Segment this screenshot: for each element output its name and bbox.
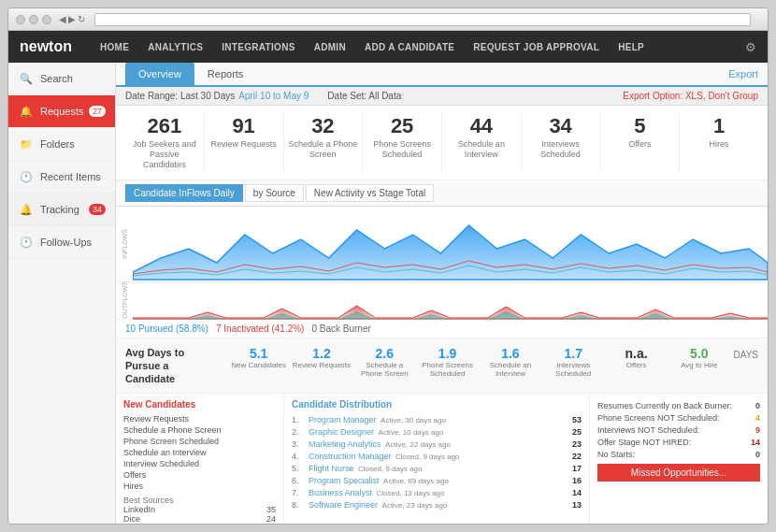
minimize-button[interactable] xyxy=(29,15,38,24)
outflows-y-label: OUTFLOWS xyxy=(116,282,133,319)
opp-label-1: Phone Screens NOT Scheduled: xyxy=(597,413,719,423)
nav-analytics[interactable]: ANALYTICS xyxy=(138,31,212,63)
date-range-label: Date Range: Last 30 Days xyxy=(125,91,235,101)
date-set-label: Date Set: All Data xyxy=(327,91,401,101)
export-button[interactable]: Export xyxy=(728,68,758,79)
stat-number-phone-sched: 25 xyxy=(366,115,438,137)
chart-section: INFLOWS xyxy=(116,207,768,320)
missed-opportunities-button[interactable]: Missed Opportunities... xyxy=(597,464,760,482)
title-bar: ◀ ▶ ↻ xyxy=(8,8,768,31)
sidebar-item-folders[interactable]: 📁 Folders xyxy=(8,128,115,161)
sidebar-item-recent[interactable]: 🕐 Recent Items xyxy=(8,161,115,194)
content-area: Overview Reports Export Date Range: Last… xyxy=(116,63,768,525)
nav-help[interactable]: HELP xyxy=(609,31,654,63)
dist-link-6[interactable]: Business Analyst xyxy=(309,488,372,497)
stat-label-seekers: Job Seekers and Passive Candidates xyxy=(129,139,200,169)
dist-row-5: 6. Program Specialist Active, 69 days ag… xyxy=(292,474,582,486)
day-stat-6: n.a. Offers xyxy=(606,346,667,379)
avg-days-section: Avg Days to Pursue a Candidate 5.1 New C… xyxy=(116,338,768,395)
outflows-chart xyxy=(133,282,768,319)
stat-number-review: 91 xyxy=(208,115,280,137)
source-row-1: Schedule a Phone Screen xyxy=(123,424,276,436)
source-row-2: Phone Screen Scheduled xyxy=(123,436,276,447)
sidebar-item-tracking[interactable]: 🔔 Tracking 34 xyxy=(8,194,115,226)
day-label-7: Avg to Hire xyxy=(668,361,729,370)
stat-interview-sched: 34 Interviews Scheduled xyxy=(522,113,601,172)
best-source-0: LinkedIn 35 xyxy=(123,505,276,514)
dist-link-7[interactable]: Software Engineer xyxy=(309,500,378,510)
dist-link-5[interactable]: Program Specialist xyxy=(309,476,380,485)
subtab-source[interactable]: by Source xyxy=(245,184,304,202)
inflows-y-label: INFLOWS xyxy=(116,207,133,281)
day-stat-0: 5.1 New Candidates xyxy=(228,346,289,379)
sidebar: 🔍 Search 🔔 Requests 27 📁 Folders 🕐 Recen… xyxy=(8,63,116,525)
close-button[interactable] xyxy=(16,15,25,24)
dist-row-3: 4. Construction Manager Closed, 9 days a… xyxy=(292,450,582,462)
day-number-2: 2.6 xyxy=(354,346,415,361)
tab-reports[interactable]: Reports xyxy=(194,63,257,85)
sources-panel: New Candidates Review Requests Schedule … xyxy=(116,394,284,525)
day-number-1: 1.2 xyxy=(291,346,352,361)
dist-link-1[interactable]: Graphic Designer xyxy=(309,427,374,437)
opp-row-3: Offer Stage NOT HIRED: 14 xyxy=(597,436,760,448)
stat-label-offers: Offers xyxy=(605,139,676,150)
stat-phone-screen: 32 Schedule a Phone Screen xyxy=(284,113,364,172)
sidebar-item-search[interactable]: 🔍 Search xyxy=(8,63,115,95)
stat-number-seekers: 261 xyxy=(129,115,200,137)
day-label-2: Schedule a Phone Screen xyxy=(354,361,415,379)
bell-icon: 🔔 xyxy=(18,103,35,120)
sidebar-label-folders: Folders xyxy=(40,138,75,150)
stat-job-seekers: 261 Job Seekers and Passive Candidates xyxy=(125,113,205,172)
nav-admin[interactable]: ADMIN xyxy=(305,31,355,63)
stat-number-int-sched: 34 xyxy=(525,115,596,137)
dist-link-4[interactable]: Flight Nurse xyxy=(309,464,354,473)
refresh-button[interactable]: ↻ xyxy=(78,14,85,24)
subtab-activity[interactable]: New Activity vs Stage Total xyxy=(306,184,434,202)
nav-integrations[interactable]: INTEGRATIONS xyxy=(212,31,304,63)
nav-add-candidate[interactable]: ADD A CANDIDATE xyxy=(355,31,464,63)
nav-home[interactable]: HOME xyxy=(91,31,138,63)
subtab-inflows[interactable]: Candidate InFlows Daily xyxy=(125,184,243,202)
address-bar[interactable] xyxy=(94,13,751,26)
sidebar-item-followups[interactable]: 🕐 Follow-Ups xyxy=(8,226,115,259)
day-stat-1: 1.2 Review Requests xyxy=(291,346,352,379)
sidebar-item-requests[interactable]: 🔔 Requests 27 xyxy=(8,95,115,128)
stat-number-phone: 32 xyxy=(288,115,359,137)
dist-row-7: 8. Software Engineer Active, 23 days ago… xyxy=(292,498,582,510)
app-logo: newton xyxy=(20,38,72,55)
stat-phone-scheduled: 25 Phone Screens Scheduled xyxy=(363,113,442,172)
source-row-6: Hires xyxy=(123,481,276,492)
dist-row-6: 7. Business Analyst Closed, 13 days ago … xyxy=(292,486,582,498)
source-stage-2: Phone Screen Scheduled xyxy=(123,437,219,446)
opp-count-2: 9 xyxy=(755,425,760,435)
source-row-0: Review Requests xyxy=(123,413,276,424)
dist-link-0[interactable]: Program Manager xyxy=(309,415,377,424)
dist-link-2[interactable]: Marketing Analytics xyxy=(309,439,381,449)
stat-label-hires: Hires xyxy=(683,139,754,150)
inflows-chart xyxy=(133,207,768,281)
tab-overview[interactable]: Overview xyxy=(125,63,194,85)
settings-gear-icon[interactable]: ⚙ xyxy=(745,40,756,54)
maximize-button[interactable] xyxy=(42,15,51,24)
day-label-6: Offers xyxy=(606,361,667,370)
day-number-6: n.a. xyxy=(606,346,667,361)
tracking-badge: 34 xyxy=(89,204,106,215)
dist-link-3[interactable]: Construction Manager xyxy=(309,452,392,461)
day-number-7: 5.0 xyxy=(668,346,729,361)
day-label-5: Interviews Scheduled xyxy=(543,361,604,379)
opp-count-3: 14 xyxy=(751,438,760,447)
back-button[interactable]: ◀ xyxy=(59,14,66,24)
nav-request-job[interactable]: REQUEST JOB APPROVAL xyxy=(464,31,609,63)
day-number-3: 1.9 xyxy=(417,346,478,361)
days-stats: 5.1 New Candidates 1.2 Review Requests 2… xyxy=(228,346,730,379)
source-stage-0: Review Requests xyxy=(123,414,189,424)
stats-row: 261 Job Seekers and Passive Candidates 9… xyxy=(116,106,768,180)
pursued-stat: 10 Pursued (58.8%) xyxy=(125,324,208,334)
stat-offers: 5 Offers xyxy=(601,113,681,172)
day-number-5: 1.7 xyxy=(543,346,604,361)
inactivated-stat: 7 Inactivated (41.2%) xyxy=(216,324,305,334)
forward-button[interactable]: ▶ xyxy=(68,14,76,24)
best-source-1: Dice 24 xyxy=(123,514,276,524)
source-stage-6: Hires xyxy=(123,482,143,491)
chart-stats: 10 Pursued (58.8%) 7 Inactivated (41.2%)… xyxy=(116,320,768,338)
